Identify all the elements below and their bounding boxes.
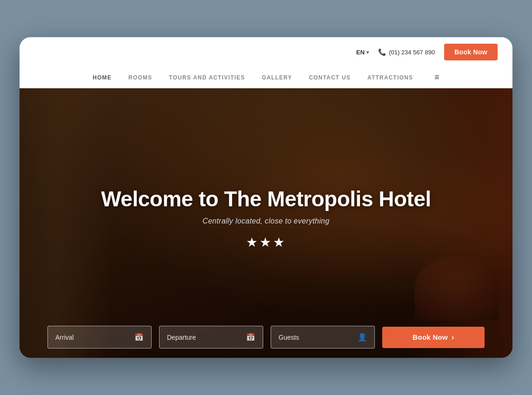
nav-item-tours[interactable]: TOURS AND ACTIVITIES (169, 74, 245, 81)
arrival-label: Arrival (55, 334, 74, 341)
navigation: HOME ROOMS TOURS AND ACTIVITIES GALLERY … (20, 67, 512, 88)
guests-person-icon: 👤 (358, 333, 367, 342)
departure-calendar-icon: 📅 (246, 333, 255, 342)
departure-label: Departure (167, 334, 196, 341)
booking-bar: Arrival 📅 Departure 📅 Guests 👤 Book Now … (20, 316, 512, 358)
book-now-bar-button[interactable]: Book Now › (382, 327, 485, 348)
hero-subtitle: Centrally located, close to everything (101, 217, 431, 225)
arrival-field[interactable]: Arrival 📅 (47, 326, 152, 349)
phone-icon: 📞 (378, 48, 386, 56)
book-now-top-button[interactable]: Book Now (444, 44, 498, 60)
hero-section: Welcome to The Metropolis Hotel Centrall… (20, 88, 512, 358)
phone-area: 📞 (01) 234 567 890 (378, 48, 435, 56)
lang-label: EN (356, 49, 365, 56)
book-now-arrow-icon: › (452, 333, 454, 342)
top-bar: EN ▾ 📞 (01) 234 567 890 Book Now (20, 37, 512, 67)
lang-chevron: ▾ (366, 50, 369, 55)
guests-field[interactable]: Guests 👤 (271, 326, 375, 349)
device-frame: EN ▾ 📞 (01) 234 567 890 Book Now HOME RO… (20, 37, 512, 358)
hero-content: Welcome to The Metropolis Hotel Centrall… (101, 186, 431, 250)
hamburger-menu-icon[interactable]: ≡ (434, 72, 439, 82)
book-now-bar-label: Book Now (412, 333, 448, 341)
phone-number: (01) 234 567 890 (389, 49, 435, 56)
arrival-calendar-icon: 📅 (134, 333, 144, 342)
nav-item-home[interactable]: HOME (93, 74, 112, 81)
hero-title: Welcome to The Metropolis Hotel (101, 186, 431, 211)
departure-field[interactable]: Departure 📅 (159, 326, 263, 349)
lang-selector[interactable]: EN ▾ (356, 49, 369, 56)
nav-item-gallery[interactable]: GALLERY (262, 74, 292, 81)
hotel-stars: ★★★ (101, 235, 431, 250)
nav-item-rooms[interactable]: ROOMS (128, 74, 152, 81)
nav-item-attractions[interactable]: ATTRACTIONS (367, 74, 413, 81)
guests-label: Guests (279, 334, 299, 341)
nav-item-contact[interactable]: CONTACT US (309, 74, 351, 81)
